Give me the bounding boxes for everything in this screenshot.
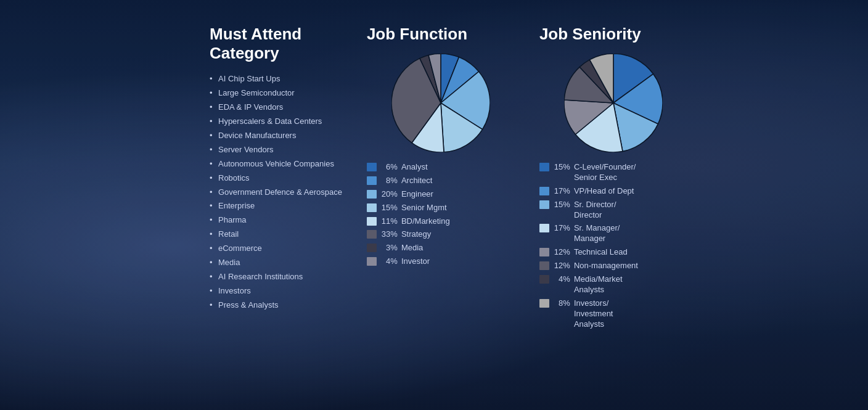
job-seniority-pie — [564, 54, 663, 155]
category-item: Enterprise — [210, 201, 342, 211]
legend-color-box — [539, 200, 549, 209]
legend-label-text: Sr. Manager/Manager — [574, 223, 620, 244]
job-function-title: Job Function — [367, 25, 467, 44]
category-item: Device Manufacturers — [210, 131, 342, 141]
legend-label-text: Sr. Director/Director — [574, 200, 616, 221]
category-section: Must AttendCategory AI Chip Start UpsLar… — [210, 25, 342, 398]
legend-item: 20%Engineer — [367, 189, 450, 200]
legend-color-box — [367, 217, 377, 226]
legend-color-box — [367, 176, 377, 185]
legend-item: 11%BD/Marketing — [367, 216, 450, 227]
legend-label-text: Strategy — [401, 229, 431, 240]
legend-item: 15%C-Level/Founder/Senior Exec — [539, 162, 638, 183]
legend-label-text: VP/Head of Dept — [574, 186, 634, 197]
legend-label-text: Media/MarketAnalysts — [574, 274, 623, 295]
legend-percent: 12% — [553, 261, 570, 270]
legend-item: 15%Senior Mgmt — [367, 203, 450, 213]
legend-color-box — [367, 163, 377, 171]
legend-label-text: Senior Mgmt — [401, 203, 447, 213]
legend-percent: 6% — [380, 162, 398, 171]
category-item: Robotics — [210, 173, 342, 184]
legend-label-text: Analyst — [401, 162, 428, 173]
legend-percent: 8% — [553, 298, 570, 308]
category-item: Investors — [210, 286, 342, 297]
legend-color-box — [539, 187, 549, 195]
job-function-legend: 6%Analyst8%Architect20%Engineer15%Senior… — [367, 162, 450, 270]
legend-label-text: Technical Lead — [574, 247, 628, 258]
legend-label-text: Engineer — [401, 189, 433, 200]
legend-color-box — [367, 203, 377, 212]
legend-color-box — [539, 275, 549, 284]
legend-label-text: BD/Marketing — [401, 216, 450, 227]
category-item: AI Research Institutions — [210, 272, 342, 282]
legend-percent: 33% — [380, 229, 398, 239]
category-item: Government Defence & Aerospace — [210, 187, 342, 198]
legend-percent: 17% — [553, 186, 570, 195]
category-item: Server Vendors — [210, 145, 342, 155]
legend-item: 4%Media/MarketAnalysts — [539, 274, 638, 295]
legend-percent: 3% — [380, 243, 398, 252]
job-function-pie — [391, 54, 490, 155]
legend-label-text: Investor — [401, 256, 430, 267]
legend-item: 3%Media — [367, 243, 450, 253]
legend-percent: 11% — [380, 216, 398, 226]
legend-item: 17%VP/Head of Dept — [539, 186, 638, 197]
category-item: Hyperscalers & Data Centers — [210, 117, 342, 127]
category-item: EDA & IP Vendors — [210, 102, 342, 113]
category-item: AI Chip Start Ups — [210, 74, 342, 84]
legend-label-text: Investors/InvestmentAnalysts — [574, 298, 613, 330]
legend-percent: 20% — [380, 189, 398, 199]
job-seniority-legend: 15%C-Level/Founder/Senior Exec17%VP/Head… — [539, 162, 638, 332]
category-item: Large Semiconductor — [210, 88, 342, 99]
legend-percent: 15% — [380, 203, 398, 212]
legend-color-box — [539, 261, 549, 270]
legend-color-box — [367, 257, 377, 266]
legend-color-box — [539, 163, 549, 171]
legend-label-text: Architect — [401, 176, 433, 186]
category-item: Pharma — [210, 215, 342, 226]
legend-label-text: C-Level/Founder/Senior Exec — [574, 162, 636, 183]
legend-percent: 8% — [380, 176, 398, 185]
legend-color-box — [539, 248, 549, 256]
legend-item: 12%Non-management — [539, 261, 638, 271]
legend-color-box — [367, 190, 377, 199]
legend-item: 33%Strategy — [367, 229, 450, 240]
category-item: eCommerce — [210, 244, 342, 254]
legend-item: 8%Architect — [367, 176, 450, 186]
legend-color-box — [539, 224, 549, 232]
legend-percent: 15% — [553, 162, 570, 171]
category-item: Media — [210, 258, 342, 268]
category-item: Press & Analysts — [210, 300, 342, 311]
category-title: Must AttendCategory — [210, 25, 342, 63]
legend-label-text: Non-management — [574, 261, 638, 271]
legend-percent: 4% — [553, 274, 570, 284]
legend-item: 4%Investor — [367, 256, 450, 267]
job-seniority-title: Job Seniority — [539, 25, 641, 44]
legend-item: 6%Analyst — [367, 162, 450, 173]
legend-item: 12%Technical Lead — [539, 247, 638, 258]
job-function-section: Job Function 6%Analyst8%Architect20%Engi… — [367, 25, 515, 398]
category-item: Autonomous Vehicle Companies — [210, 159, 342, 170]
legend-color-box — [367, 230, 377, 239]
category-item: Retail — [210, 229, 342, 240]
job-seniority-section: Job Seniority 15%C-Level/Founder/Senior … — [539, 25, 687, 398]
legend-percent: 15% — [553, 200, 570, 209]
legend-percent: 17% — [553, 223, 570, 232]
category-list: AI Chip Start UpsLarge SemiconductorEDA … — [210, 74, 342, 310]
legend-percent: 4% — [380, 256, 398, 266]
legend-item: 15%Sr. Director/Director — [539, 200, 638, 221]
legend-item: 8%Investors/InvestmentAnalysts — [539, 298, 638, 330]
legend-color-box — [539, 299, 549, 308]
legend-color-box — [367, 244, 377, 252]
legend-percent: 12% — [553, 247, 570, 256]
legend-label-text: Media — [401, 243, 423, 253]
legend-item: 17%Sr. Manager/Manager — [539, 223, 638, 244]
main-content: Must AttendCategory AI Chip Start UpsLar… — [0, 0, 868, 410]
